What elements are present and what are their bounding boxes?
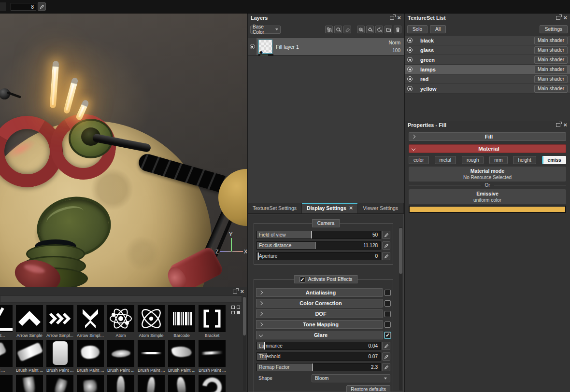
glare-checkbox[interactable] (385, 332, 391, 338)
channel-metal-button[interactable]: metal (435, 156, 456, 164)
settings-scrollbar[interactable] (399, 227, 402, 391)
popout-icon[interactable] (556, 16, 560, 20)
visibility-icon[interactable] (407, 67, 413, 72)
activate-post-effects-toggle[interactable]: Activate Post Effects (294, 275, 358, 283)
shelf-item[interactable]: Bracket (199, 305, 226, 338)
shelf-item[interactable]: Barcode (168, 305, 195, 338)
main-shader-button[interactable]: Main shader (534, 85, 568, 93)
settings-button[interactable]: Settings (540, 25, 568, 33)
focus-distance-slider[interactable]: Focus distance 11.128 (256, 241, 381, 250)
all-button[interactable]: All (430, 25, 446, 33)
add-layer-button[interactable] (357, 26, 365, 33)
textureset-row-yellow[interactable]: yellow Main shader (405, 84, 570, 94)
add-folder-button[interactable] (385, 26, 392, 33)
textureset-row-glass[interactable]: glass Main shader (405, 45, 570, 55)
fill-section-header[interactable]: Fill (409, 132, 566, 141)
close-icon[interactable]: × (240, 289, 244, 294)
shelf-item[interactable]: Brush Paint ... (138, 340, 165, 373)
glare-section[interactable]: Glare (256, 331, 383, 339)
main-shader-button[interactable]: Main shader (534, 56, 568, 64)
tool-size-input[interactable] (11, 3, 36, 11)
tab-viewer-settings[interactable]: Viewer Settings (358, 203, 403, 213)
channel-rough-button[interactable]: rough (462, 156, 484, 164)
scrollbar-thumb[interactable] (399, 228, 402, 274)
shelf-item[interactable]: Brush Paint ... (199, 340, 226, 373)
shelf-item[interactable]: Arrow Simple (16, 305, 43, 338)
shelf-item[interactable] (138, 375, 165, 392)
field-of-view-slider[interactable]: Field of view 50 (256, 231, 381, 239)
dof-section[interactable]: DOF (256, 309, 383, 318)
layer-visibility-toggle[interactable] (248, 38, 256, 55)
shape-dropdown[interactable]: Bloom (312, 374, 390, 382)
remap-factor-slider[interactable]: Remap Factor 2.3 (256, 363, 381, 371)
channel-emiss-button[interactable]: emiss (542, 156, 566, 164)
shelf-item[interactable]: Brush Paint ... (107, 340, 134, 373)
edit-focus-distance-button[interactable] (382, 241, 390, 250)
shelf-item[interactable]: Brush Paint ... (168, 340, 195, 373)
shelf-item[interactable]: Arrow Simpl... (46, 305, 73, 338)
scrollbar-thumb[interactable] (243, 297, 246, 336)
emissive-color-swatch[interactable] (409, 206, 566, 213)
material-section-header[interactable]: Material (409, 144, 566, 153)
threshold-slider[interactable]: Threshold 0.07 (256, 352, 381, 361)
solo-button[interactable]: Solo (407, 25, 428, 33)
luminance-slider[interactable]: Luminance 0.04 (256, 342, 381, 350)
eraser-button[interactable] (343, 26, 351, 33)
emissive-block[interactable]: Emissive uniform color (409, 189, 566, 204)
channel-color-button[interactable]: color (409, 156, 429, 164)
channel-height-button[interactable]: height (513, 156, 536, 164)
textureset-row-black[interactable]: black Main shader (405, 36, 570, 45)
layer-name[interactable]: Fill layer 1 (276, 44, 299, 50)
shelf-item[interactable] (77, 375, 104, 392)
shelf-filter-strip[interactable] (0, 295, 242, 303)
edit-threshold-button[interactable] (382, 352, 390, 361)
add-paint-layer-button[interactable] (334, 26, 342, 33)
shelf-item[interactable]: Atom (107, 305, 134, 338)
aperture-slider[interactable]: Aperture 0 (256, 252, 381, 260)
shelf-item[interactable]: Brush Paint ... (46, 340, 73, 373)
add-smart-material-button[interactable] (375, 26, 383, 33)
visibility-icon[interactable] (407, 86, 413, 91)
tone-mapping-checkbox[interactable] (385, 322, 391, 328)
edit-value-button[interactable] (38, 2, 46, 11)
main-shader-button[interactable]: Main shader (534, 75, 568, 83)
color-correction-checkbox[interactable] (385, 300, 391, 307)
shelf-item[interactable] (0, 375, 13, 392)
textureset-row-red[interactable]: red Main shader (405, 74, 570, 84)
material-mode-block[interactable]: Material mode No Resource Selected (409, 167, 566, 182)
antialiasing-section[interactable]: Antialiasing (256, 288, 383, 297)
visibility-icon[interactable] (407, 76, 413, 82)
visibility-icon[interactable] (407, 47, 413, 53)
layer-opacity[interactable]: 100 (392, 48, 400, 53)
delete-layer-button[interactable] (394, 26, 401, 33)
dof-checkbox[interactable] (385, 311, 391, 317)
textureset-row-lamps[interactable]: lamps Main shader (405, 65, 570, 74)
visibility-icon[interactable] (407, 57, 413, 62)
tone-mapping-section[interactable]: Tone Mapping (256, 320, 383, 329)
restore-defaults-button[interactable]: Restore defaults (346, 385, 390, 392)
tab-display-settings[interactable]: Display Settings × (302, 203, 358, 213)
shelf-item[interactable]: Brush Paint ... (16, 340, 43, 373)
shelf-item[interactable]: Atom Simple (138, 305, 165, 338)
color-correction-section[interactable]: Color Correction (256, 299, 383, 308)
close-icon[interactable]: × (563, 15, 567, 20)
shelf-item[interactable] (46, 375, 73, 392)
layer-row-fill-layer[interactable]: ◆ Fill layer 1 Norm 100 (248, 38, 404, 56)
add-mask-button[interactable] (325, 26, 333, 33)
shelf-item[interactable] (199, 375, 226, 392)
shelf-item[interactable]: aint ... (0, 340, 13, 373)
close-tab-icon[interactable]: × (349, 206, 353, 210)
shelf-item[interactable] (107, 375, 134, 392)
shelf-item[interactable] (16, 375, 43, 392)
tab-textureset-settings[interactable]: TextureSet Settings (248, 203, 302, 213)
close-icon[interactable]: × (397, 15, 401, 20)
shelf-item[interactable] (168, 375, 195, 392)
popout-icon[interactable] (556, 123, 560, 127)
channel-filter-dropdown[interactable]: Base Color (250, 26, 281, 34)
add-fill-layer-button[interactable] (366, 26, 374, 33)
edit-field-of-view-button[interactable] (382, 231, 390, 239)
popout-icon[interactable] (233, 290, 237, 294)
grid-view-icon[interactable] (231, 306, 240, 314)
textureset-row-green[interactable]: green Main shader (405, 55, 570, 65)
visibility-icon[interactable] (407, 38, 413, 43)
